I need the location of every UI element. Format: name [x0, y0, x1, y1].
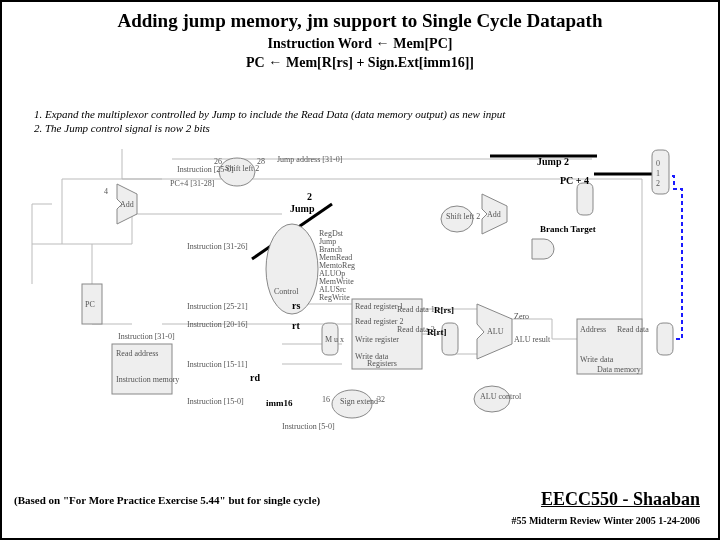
svg-text:2: 2 [656, 179, 660, 188]
line2-rhs: Mem[R[rs] + Sign.Ext[imm16]] [286, 55, 474, 70]
svg-text:Write data: Write data [580, 355, 614, 364]
r-rs-label: R[rs] [434, 305, 454, 315]
svg-text:16: 16 [322, 395, 330, 404]
svg-text:Read data 1: Read data 1 [397, 305, 435, 314]
svg-text:PC+4 [31-28]: PC+4 [31-28] [170, 179, 215, 188]
footer-meta: #55 Midterm Review Winter 2005 1-24-2006 [511, 515, 700, 526]
svg-text:Instruction memory: Instruction memory [116, 375, 179, 384]
svg-text:4: 4 [104, 187, 108, 196]
svg-text:1: 1 [656, 169, 660, 178]
svg-text:Instruction [31-0]: Instruction [31-0] [118, 332, 175, 341]
svg-text:Add: Add [487, 210, 501, 219]
svg-text:ALU: ALU [487, 327, 504, 336]
footer-course: EECC550 - Shaaban [541, 489, 700, 510]
svg-text:Instruction [15-0]: Instruction [15-0] [187, 397, 244, 406]
r-rt-label: R[rt] [427, 327, 447, 337]
rt-label: rt [292, 320, 300, 331]
svg-text:32: 32 [377, 395, 385, 404]
svg-text:M u x: M u x [325, 335, 344, 344]
line1-lhs: Instruction Word [268, 36, 372, 51]
two-label: 2 [307, 191, 312, 202]
svg-text:Instruction [20-16]: Instruction [20-16] [187, 320, 248, 329]
svg-text:Instruction [25-21]: Instruction [25-21] [187, 302, 248, 311]
svg-text:0: 0 [656, 159, 660, 168]
rd-label: rd [250, 372, 260, 383]
svg-text:Zero: Zero [514, 312, 529, 321]
svg-text:Write register: Write register [355, 335, 399, 344]
svg-text:Jump address [31-0]: Jump address [31-0] [277, 155, 343, 164]
svg-text:Registers: Registers [367, 359, 397, 368]
svg-text:Control: Control [274, 287, 299, 296]
footer-note: (Based on "For More Practice Exercise 5.… [14, 494, 320, 506]
left-arrow-icon: ← [375, 35, 393, 51]
svg-text:Instruction [15-11]: Instruction [15-11] [187, 360, 248, 369]
pc-plus-4-label: PC + 4 [560, 175, 589, 186]
line2-lhs: PC [246, 55, 265, 70]
svg-text:Address: Address [580, 325, 606, 334]
datapath-svg: PC Read address Instruction memory Add 4… [22, 94, 702, 454]
svg-text:Instruction [31-26]: Instruction [31-26] [187, 242, 248, 251]
svg-text:RegWrite: RegWrite [319, 293, 350, 302]
svg-text:Sign extend: Sign extend [340, 397, 378, 406]
instr-line-2: PC ← Mem[R[rs] + Sign.Ext[imm16]] [2, 53, 718, 72]
instr-line-1: Instruction Word ← Mem[PC] [2, 34, 718, 53]
svg-text:PC: PC [85, 300, 95, 309]
svg-text:Data memory: Data memory [597, 365, 641, 374]
jump-label: Jump [290, 203, 314, 214]
svg-text:28: 28 [257, 157, 265, 166]
svg-text:Read address: Read address [116, 349, 158, 358]
rs-label: rs [292, 300, 300, 311]
jump-2-label: Jump 2 [537, 156, 569, 167]
svg-text:Add: Add [120, 200, 134, 209]
left-arrow-icon: ← [268, 54, 286, 70]
svg-text:26: 26 [214, 157, 222, 166]
page-title: Adding jump memory, jm support to Single… [2, 2, 718, 34]
datapath-diagram: PC Read address Instruction memory Add 4… [22, 94, 702, 454]
svg-text:ALU control: ALU control [480, 392, 522, 401]
branch-target-label: Branch Target [540, 224, 596, 234]
imm16-label: imm16 [266, 398, 293, 408]
line1-rhs: Mem[PC] [393, 36, 452, 51]
svg-text:Instruction [25-0]: Instruction [25-0] [177, 165, 234, 174]
svg-text:Shift left 2: Shift left 2 [446, 212, 480, 221]
svg-text:ALU result: ALU result [514, 335, 551, 344]
svg-text:Instruction [5-0]: Instruction [5-0] [282, 422, 335, 431]
svg-text:Read data: Read data [617, 325, 649, 334]
